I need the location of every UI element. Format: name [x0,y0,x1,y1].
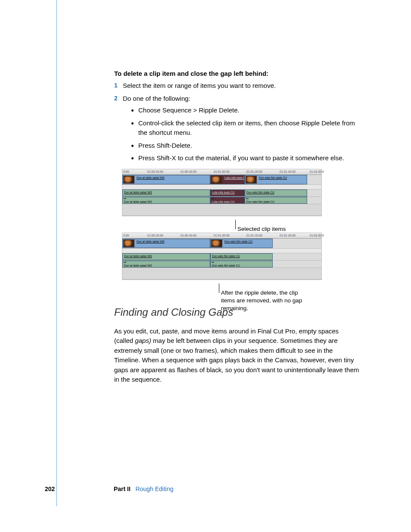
figure-before: 0:0001:00:20:0001:00:40:0001:01:00:0001:… [122,169,359,216]
video-clip[interactable]: Don at table salad WS [122,239,210,248]
audio-clip[interactable]: Lola rolls eyes CU [210,190,245,196]
clip-thumbnail [123,176,134,184]
callout-label: Selected clip items [237,225,286,233]
callout-line [219,283,219,293]
substep: Press Shift-Delete. [138,141,359,150]
clip-label: Lola rolls eyes CU [224,176,245,180]
audio-clip[interactable]: ▾▾Lola rolls eyes CU [210,197,245,204]
audio-clip[interactable]: ▾▾Don at table salad WS [122,261,210,268]
ruler-tick: 01:01:40:00 [280,170,296,174]
clip-label: Don eats fish plate CU [212,264,240,268]
video-clip[interactable]: Don eats fish plate CU [210,239,273,248]
clip-label: Lola rolls eyes CU [212,190,235,194]
ruler-tick: 01:01:00:00 [214,170,230,174]
audio-clip[interactable]: Don eats fish plate CU [210,253,273,260]
audio-clip[interactable]: ▾▾Don at table salad WS [122,197,210,204]
step-number: 2 [114,94,118,103]
substeps-list: Choose Sequence > Ripple Delete. Control… [123,106,359,163]
part-title: Rough Editing [136,485,174,492]
steps-list: 1 Select the item or range of items you … [114,81,359,163]
task-heading: To delete a clip item and close the gap … [114,69,359,78]
page-number: 202 [45,485,55,493]
audio-clip[interactable]: Don eats fish plate CU [245,190,307,196]
ruler-tick: 01:00:40:00 [181,170,196,174]
clip-label: Don at table salad WS [124,264,152,268]
callout-line [235,220,236,229]
clip-label: Don eats fish plate CU [224,240,252,243]
clip-label: Don at table salad WS [124,190,152,194]
clip-label: Don eats fish plate CU [246,200,274,204]
clip-label: Don at table salad WS [137,176,165,180]
audio-clip[interactable]: ▾▾Don eats fish plate CU [210,261,273,268]
audio-clip[interactable]: Don at table salad WS [122,253,210,260]
audio-clip[interactable]: Don at table salad WS [122,190,210,196]
ruler-tick: 01:00:40:00 [181,233,196,238]
section-paragraph: As you edit, cut, paste, and move items … [114,327,359,385]
ruler-tick: 01:00:20:00 [147,233,163,238]
ruler-tick: 01:00:20:00 [147,170,163,174]
clip-label: Don at table salad WS [124,200,152,204]
clip-thumbnail [246,176,257,184]
ruler-tick: 01:02:00:0 [310,233,324,238]
video-clip[interactable]: Don eats fish plate CU [245,175,307,184]
ruler-tick: 0:00 [123,170,129,174]
body-content: To delete a clip item and close the gap … [114,69,359,385]
step-text: Select the item or range of items you wa… [123,82,276,89]
timeline-after: 0:0001:00:20:0001:00:40:0001:01:00:0001:… [122,233,322,280]
clip-label: Lola rolls eyes CU [212,200,235,204]
video-clip[interactable]: Lola rolls eyes CU [210,175,245,184]
ruler-tick: 01:01:40:00 [280,233,296,238]
substep: Press Shift-X to cut the material, if yo… [138,153,359,163]
step-1: 1 Select the item or range of items you … [114,81,359,90]
video-clip[interactable]: Don at table salad WS [122,175,210,184]
figure-after: 0:0001:00:20:0001:00:40:0001:01:00:0001:… [122,233,359,280]
callout-label: After the ripple delete, the clip items … [221,289,303,313]
clip-label: Don at table salad WS [137,240,165,243]
ruler-tick: 01:01:20:00 [246,233,262,238]
substep: Control-click the selected clip item or … [138,118,359,137]
clip-thumbnail [123,240,134,247]
step-number: 1 [114,81,118,90]
step-text: Do one of the following: [123,95,190,102]
ruler-tick: 01:02:00:0 [310,170,324,174]
clip-label: Don at table salad WS [124,254,152,258]
part-label: Part II [114,485,131,492]
substep: Choose Sequence > Ripple Delete. [138,106,359,115]
clip-label: Don eats fish plate CU [246,190,274,194]
clip-label: Don eats fish plate CU [212,254,240,258]
part-label-group: Part II Rough Editing [114,485,174,493]
gaps-italic: gaps) [135,337,151,344]
clip-thumbnail [211,176,222,184]
clip-thumbnail [211,240,222,247]
audio-clip[interactable]: ▾▾Don eats fish plate CU [245,197,307,204]
ruler-tick: 0:00 [123,233,129,238]
ruler-tick: 01:01:00:00 [214,233,230,238]
timeline-before: 0:0001:00:20:0001:00:40:0001:01:00:0001:… [122,169,322,216]
ruler-tick: 01:01:20:00 [246,170,262,174]
left-margin-rule [56,0,57,506]
step-2: 2 Do one of the following: Choose Sequen… [114,94,359,163]
para-text: may be left between clips in your sequen… [114,337,359,383]
clip-label: Don eats fish plate CU [259,176,287,180]
